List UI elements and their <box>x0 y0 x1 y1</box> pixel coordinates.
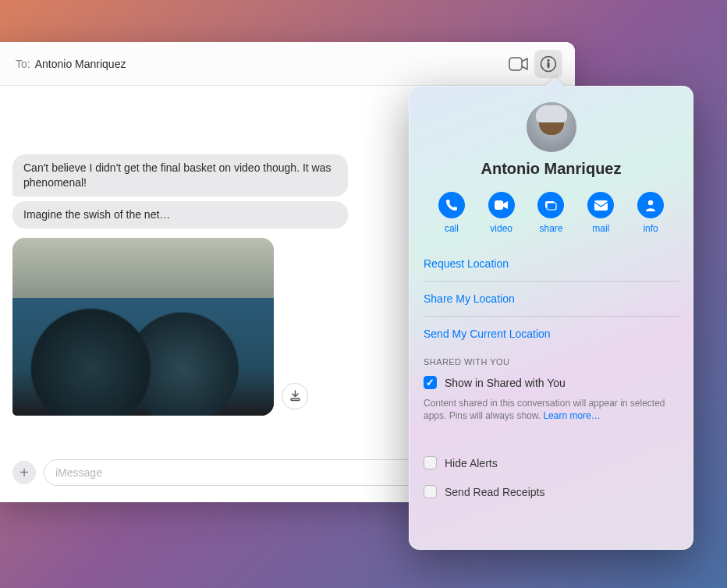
share-icon <box>544 200 557 211</box>
video-label: video <box>490 223 512 234</box>
download-button[interactable] <box>282 383 308 409</box>
hide-alerts-checkbox[interactable] <box>424 456 437 469</box>
received-message[interactable]: Can't believe I didn't get the final bas… <box>12 154 348 197</box>
mail-button[interactable]: mail <box>576 192 626 234</box>
send-read-receipts-row[interactable]: Send Read Receipts <box>424 477 679 506</box>
share-label: share <box>539 223 562 234</box>
shared-with-you-header: SHARED WITH YOU <box>424 357 679 367</box>
phone-icon <box>445 199 458 211</box>
svg-rect-0 <box>509 58 522 70</box>
plus-icon: + <box>20 464 29 482</box>
video-icon <box>495 200 508 210</box>
facetime-button[interactable] <box>505 50 533 78</box>
learn-more-link[interactable]: Learn more… <box>543 410 600 421</box>
mail-icon <box>594 200 608 211</box>
hide-alerts-row[interactable]: Hide Alerts <box>424 448 679 477</box>
svg-rect-4 <box>291 398 300 401</box>
details-button[interactable] <box>534 50 562 78</box>
to-recipient: Antonio Manriquez <box>35 58 126 70</box>
mail-label: mail <box>592 223 609 234</box>
show-in-shared-row[interactable]: Show in Shared with You <box>424 373 679 397</box>
call-button[interactable]: call <box>427 192 477 234</box>
shared-description: Content shared in this conversation will… <box>424 397 679 433</box>
person-icon <box>644 199 657 211</box>
send-read-receipts-checkbox[interactable] <box>424 485 437 498</box>
contact-name: Antonio Manriquez <box>410 160 693 178</box>
video-icon <box>509 57 529 71</box>
info-label: info <box>643 223 658 234</box>
share-screen-button[interactable]: share <box>527 192 576 234</box>
share-my-location-link[interactable]: Share My Location <box>424 282 679 317</box>
avatar[interactable] <box>527 102 576 152</box>
info-icon <box>540 55 557 73</box>
send-current-location-link[interactable]: Send My Current Location <box>424 317 679 346</box>
svg-rect-5 <box>495 200 503 210</box>
conversation-header: To: Antonio Manriquez <box>0 42 575 86</box>
to-label: To: <box>16 58 30 70</box>
svg-rect-7 <box>547 203 556 210</box>
send-read-receipts-label: Send Read Receipts <box>445 486 544 498</box>
show-in-shared-label: Show in Shared with You <box>445 377 566 389</box>
call-label: call <box>445 223 459 234</box>
svg-rect-3 <box>548 62 549 68</box>
svg-point-9 <box>648 200 653 205</box>
svg-point-2 <box>548 59 549 61</box>
hide-alerts-label: Hide Alerts <box>445 457 498 469</box>
contact-info-button[interactable]: info <box>626 192 676 234</box>
actions-row: call video share mail info <box>410 192 693 234</box>
request-location-link[interactable]: Request Location <box>424 246 679 282</box>
download-icon <box>289 390 301 402</box>
received-message[interactable]: Imagine the swish of the net… <box>12 201 348 228</box>
image-attachment[interactable] <box>12 238 274 416</box>
show-in-shared-checkbox[interactable] <box>424 376 437 389</box>
details-popover: Antonio Manriquez call video share mail … <box>409 86 693 550</box>
svg-rect-8 <box>594 200 608 211</box>
attachments-button[interactable]: + <box>12 461 36 484</box>
video-call-button[interactable]: video <box>477 192 527 234</box>
